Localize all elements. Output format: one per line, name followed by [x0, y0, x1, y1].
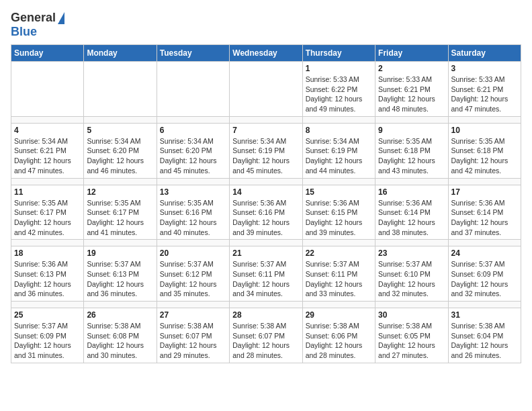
- calendar-cell: [84, 62, 157, 117]
- day-info: Sunrise: 5:35 AM Sunset: 6:16 PM Dayligh…: [160, 198, 226, 238]
- logo-general-text: General: [11, 11, 56, 25]
- day-number: 9: [378, 126, 445, 135]
- calendar-spacer-row: [11, 302, 521, 308]
- logo: General Blue: [11, 11, 64, 39]
- day-number: 31: [451, 310, 518, 320]
- calendar-cell: 24Sunrise: 5:37 AM Sunset: 6:09 PM Dayli…: [448, 246, 521, 302]
- day-info: Sunrise: 5:38 AM Sunset: 6:05 PM Dayligh…: [378, 321, 445, 361]
- day-info: Sunrise: 5:37 AM Sunset: 6:09 PM Dayligh…: [451, 259, 518, 299]
- spacer-cell: [84, 116, 157, 123]
- calendar-cell: 30Sunrise: 5:38 AM Sunset: 6:05 PM Dayli…: [375, 308, 448, 363]
- calendar-cell: [11, 62, 84, 117]
- day-number: 27: [160, 310, 226, 320]
- spacer-cell: [448, 178, 521, 185]
- spacer-cell: [157, 116, 229, 123]
- day-number: 20: [160, 248, 226, 258]
- day-number: 1: [306, 64, 372, 73]
- calendar-cell: 13Sunrise: 5:35 AM Sunset: 6:16 PM Dayli…: [157, 185, 229, 240]
- spacer-cell: [157, 302, 229, 308]
- calendar-cell: 1Sunrise: 5:33 AM Sunset: 6:22 PM Daylig…: [302, 62, 375, 117]
- calendar-day-header: Monday: [84, 45, 157, 62]
- spacer-cell: [84, 178, 157, 185]
- day-number: 14: [232, 187, 299, 197]
- day-number: 30: [378, 310, 445, 320]
- calendar-cell: 16Sunrise: 5:36 AM Sunset: 6:14 PM Dayli…: [375, 185, 448, 240]
- calendar-week-row: 11Sunrise: 5:35 AM Sunset: 6:17 PM Dayli…: [11, 185, 521, 240]
- day-number: 11: [14, 187, 81, 197]
- day-info: Sunrise: 5:38 AM Sunset: 6:06 PM Dayligh…: [306, 321, 372, 361]
- calendar-cell: 26Sunrise: 5:38 AM Sunset: 6:08 PM Dayli…: [84, 308, 157, 363]
- calendar-cell: 2Sunrise: 5:33 AM Sunset: 6:21 PM Daylig…: [375, 62, 448, 117]
- day-info: Sunrise: 5:37 AM Sunset: 6:11 PM Dayligh…: [232, 259, 299, 299]
- day-info: Sunrise: 5:34 AM Sunset: 6:19 PM Dayligh…: [306, 136, 372, 176]
- day-number: 5: [87, 126, 153, 135]
- day-number: 4: [14, 126, 81, 135]
- calendar-day-header: Sunday: [11, 45, 84, 62]
- spacer-cell: [302, 178, 375, 185]
- spacer-cell: [230, 240, 302, 246]
- day-number: 22: [306, 248, 372, 258]
- calendar-week-row: 18Sunrise: 5:36 AM Sunset: 6:13 PM Dayli…: [11, 246, 521, 302]
- spacer-cell: [375, 302, 448, 308]
- logo-triangle-icon: [58, 12, 64, 24]
- spacer-cell: [157, 178, 229, 185]
- day-number: 3: [451, 64, 518, 73]
- day-number: 29: [306, 310, 372, 320]
- spacer-cell: [448, 116, 521, 123]
- spacer-cell: [157, 240, 229, 246]
- spacer-cell: [230, 302, 302, 308]
- calendar-cell: 22Sunrise: 5:37 AM Sunset: 6:11 PM Dayli…: [302, 246, 375, 302]
- calendar-cell: 14Sunrise: 5:36 AM Sunset: 6:16 PM Dayli…: [230, 185, 302, 240]
- day-number: 23: [378, 248, 445, 258]
- spacer-cell: [375, 116, 448, 123]
- calendar-cell: 31Sunrise: 5:38 AM Sunset: 6:04 PM Dayli…: [448, 308, 521, 363]
- day-info: Sunrise: 5:37 AM Sunset: 6:10 PM Dayligh…: [378, 259, 445, 299]
- spacer-cell: [84, 302, 157, 308]
- day-info: Sunrise: 5:38 AM Sunset: 6:07 PM Dayligh…: [232, 321, 299, 361]
- calendar-cell: 17Sunrise: 5:36 AM Sunset: 6:14 PM Dayli…: [448, 185, 521, 240]
- calendar-day-header: Thursday: [302, 45, 375, 62]
- day-number: 24: [451, 248, 518, 258]
- spacer-cell: [448, 240, 521, 246]
- calendar-cell: 8Sunrise: 5:34 AM Sunset: 6:19 PM Daylig…: [302, 123, 375, 178]
- spacer-cell: [11, 302, 84, 308]
- day-info: Sunrise: 5:38 AM Sunset: 6:04 PM Dayligh…: [451, 321, 518, 361]
- calendar-cell: 20Sunrise: 5:37 AM Sunset: 6:12 PM Dayli…: [157, 246, 229, 302]
- day-info: Sunrise: 5:36 AM Sunset: 6:16 PM Dayligh…: [232, 198, 299, 238]
- calendar-day-header: Wednesday: [230, 45, 302, 62]
- calendar-day-header: Saturday: [448, 45, 521, 62]
- day-info: Sunrise: 5:38 AM Sunset: 6:07 PM Dayligh…: [160, 321, 226, 361]
- calendar-cell: 25Sunrise: 5:37 AM Sunset: 6:09 PM Dayli…: [11, 308, 84, 363]
- page-header: General Blue: [11, 11, 521, 39]
- spacer-cell: [230, 116, 302, 123]
- calendar-cell: 18Sunrise: 5:36 AM Sunset: 6:13 PM Dayli…: [11, 246, 84, 302]
- day-info: Sunrise: 5:35 AM Sunset: 6:18 PM Dayligh…: [378, 136, 445, 176]
- calendar-week-row: 4Sunrise: 5:34 AM Sunset: 6:21 PM Daylig…: [11, 123, 521, 178]
- day-number: 18: [14, 248, 81, 258]
- calendar-header-row: SundayMondayTuesdayWednesdayThursdayFrid…: [11, 45, 521, 62]
- calendar-cell: 29Sunrise: 5:38 AM Sunset: 6:06 PM Dayli…: [302, 308, 375, 363]
- calendar-cell: 6Sunrise: 5:34 AM Sunset: 6:20 PM Daylig…: [157, 123, 229, 178]
- calendar-cell: 9Sunrise: 5:35 AM Sunset: 6:18 PM Daylig…: [375, 123, 448, 178]
- calendar-day-header: Friday: [375, 45, 448, 62]
- day-number: 7: [232, 126, 299, 135]
- day-number: 12: [87, 187, 153, 197]
- day-info: Sunrise: 5:35 AM Sunset: 6:18 PM Dayligh…: [451, 136, 518, 176]
- day-info: Sunrise: 5:37 AM Sunset: 6:13 PM Dayligh…: [87, 259, 153, 299]
- day-number: 19: [87, 248, 153, 258]
- day-info: Sunrise: 5:36 AM Sunset: 6:15 PM Dayligh…: [306, 198, 372, 238]
- day-number: 21: [232, 248, 299, 258]
- day-number: 26: [87, 310, 153, 320]
- calendar-cell: 19Sunrise: 5:37 AM Sunset: 6:13 PM Dayli…: [84, 246, 157, 302]
- calendar-cell: 10Sunrise: 5:35 AM Sunset: 6:18 PM Dayli…: [448, 123, 521, 178]
- day-info: Sunrise: 5:34 AM Sunset: 6:20 PM Dayligh…: [160, 136, 226, 176]
- calendar-day-header: Tuesday: [157, 45, 229, 62]
- day-info: Sunrise: 5:37 AM Sunset: 6:09 PM Dayligh…: [14, 321, 81, 361]
- day-number: 10: [451, 126, 518, 135]
- day-info: Sunrise: 5:34 AM Sunset: 6:21 PM Dayligh…: [14, 136, 81, 176]
- spacer-cell: [302, 240, 375, 246]
- calendar-cell: 4Sunrise: 5:34 AM Sunset: 6:21 PM Daylig…: [11, 123, 84, 178]
- calendar-cell: 3Sunrise: 5:33 AM Sunset: 6:21 PM Daylig…: [448, 62, 521, 117]
- day-info: Sunrise: 5:33 AM Sunset: 6:22 PM Dayligh…: [306, 75, 372, 114]
- day-info: Sunrise: 5:37 AM Sunset: 6:11 PM Dayligh…: [306, 259, 372, 299]
